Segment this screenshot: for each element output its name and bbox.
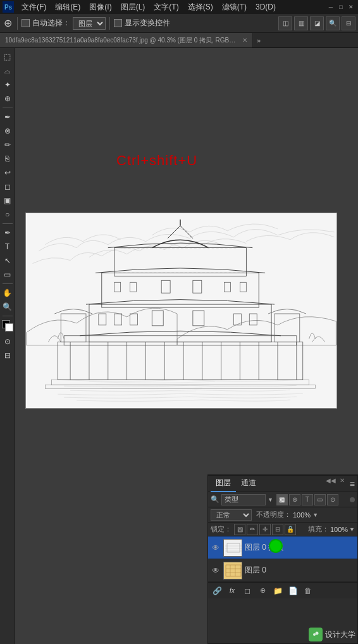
new-group-icon[interactable]: 📁 xyxy=(271,585,284,597)
quick-select-tool[interactable]: ✦ xyxy=(1,78,14,91)
window-minimize-button[interactable]: ─ xyxy=(326,3,335,11)
path-select-tool[interactable]: ↖ xyxy=(1,254,14,267)
add-mask-icon[interactable]: ◻ xyxy=(241,585,254,597)
watermark-text: 设计大学 xyxy=(325,629,355,640)
panel-expand-arrow[interactable]: ✕ xyxy=(340,477,345,484)
svg-rect-40 xyxy=(224,540,242,557)
heal-tool[interactable]: ⊗ xyxy=(1,125,14,137)
delete-layer-icon[interactable]: 🗑 xyxy=(302,585,314,597)
align-center-icon[interactable]: ▥ xyxy=(294,16,308,30)
clone-tool[interactable]: ⎘ xyxy=(1,152,14,165)
menu-file[interactable]: 文件(F) xyxy=(18,1,50,14)
eraser-tool[interactable]: ◻ xyxy=(1,180,14,193)
show-transform-label: 显示变换控件 xyxy=(125,18,170,28)
menu-edit[interactable]: 编辑(E) xyxy=(51,1,84,14)
show-transform-checkbox[interactable] xyxy=(114,19,122,27)
fill-value: 100% xyxy=(330,526,348,533)
menu-3d[interactable]: 3D(D) xyxy=(252,1,280,13)
smart-filter-icon[interactable]: ⊙ xyxy=(327,494,338,505)
eyedropper-tool[interactable]: ✒ xyxy=(1,111,14,123)
layer-0-visibility-icon[interactable]: 👁 xyxy=(211,566,221,576)
pixel-layer-filter-icon[interactable]: ▩ xyxy=(276,494,288,505)
channels-tab[interactable]: 通道 xyxy=(236,475,261,492)
fill-dropdown-arrow[interactable]: ▼ xyxy=(349,526,355,533)
screen-mode-tool[interactable]: ⊟ xyxy=(1,349,14,362)
dodge-tool[interactable]: ○ xyxy=(1,208,14,221)
gradient-tool[interactable]: ▣ xyxy=(1,194,14,207)
filter-active-dot xyxy=(350,497,355,502)
layer-0-copy-visibility-icon[interactable]: 👁 xyxy=(211,543,221,553)
layers-tab[interactable]: 图层 xyxy=(211,475,236,492)
background-color[interactable] xyxy=(5,323,13,331)
move-tool-icon: ⊕ xyxy=(3,16,13,30)
adjustment-layer-icon[interactable]: ⊕ xyxy=(256,585,269,597)
menu-layer[interactable]: 图层(L) xyxy=(117,1,149,14)
tab-more-button[interactable]: » xyxy=(253,33,264,47)
lock-artboard-btn[interactable]: ⊟ xyxy=(272,524,283,535)
fill-label: 填充： xyxy=(308,524,329,534)
document-tab[interactable]: 10dfa9ec8a13632751211a0a9a8fa0ec08fac73f… xyxy=(0,33,253,47)
tool-separator-4 xyxy=(3,316,13,316)
options-icon[interactable]: ⊟ xyxy=(342,16,355,30)
lock-pixels-btn[interactable]: ✏ xyxy=(247,524,258,535)
search-icon[interactable]: 🔍 xyxy=(326,16,340,30)
adjustment-filter-icon[interactable]: ⊛ xyxy=(289,494,300,505)
text-filter-icon[interactable]: T xyxy=(302,494,313,505)
menu-filter[interactable]: 滤镜(T) xyxy=(218,1,250,14)
sketch-image xyxy=(26,213,336,408)
ps-logo: Ps xyxy=(3,1,14,13)
link-layers-icon[interactable]: 🔗 xyxy=(211,585,223,597)
canvas-area: Ctrl+shift+U xyxy=(15,48,358,644)
zoom-tool[interactable]: 🔍 xyxy=(1,300,14,313)
crop-tool[interactable]: ⊕ xyxy=(1,92,14,105)
svg-rect-0 xyxy=(27,213,336,408)
menu-text[interactable]: 文字(T) xyxy=(150,1,182,14)
panel-collapse-arrow[interactable]: ◀◀ xyxy=(326,477,336,484)
layer-item-0[interactable]: 👁 图层 0 xyxy=(208,559,357,582)
layer-effects-icon[interactable]: fx xyxy=(226,585,238,597)
lasso-tool[interactable]: ⌓ xyxy=(1,65,14,77)
tab-close-button[interactable]: ✕ xyxy=(242,37,247,44)
auto-select-checkbox[interactable] xyxy=(22,19,30,27)
new-layer-icon[interactable]: 📄 xyxy=(287,585,299,597)
blend-mode-dropdown[interactable]: 正常 xyxy=(211,509,252,521)
layer-blend-controls: 正常 不透明度： 100% ▼ xyxy=(208,507,357,523)
align-left-icon[interactable]: ◫ xyxy=(278,16,292,30)
menu-image[interactable]: 图像(I) xyxy=(85,1,115,14)
svg-point-52 xyxy=(316,632,319,635)
wechat-icon xyxy=(309,628,323,641)
layer-0-copy-thumbnail xyxy=(223,539,242,557)
brush-tool[interactable]: ✏ xyxy=(1,139,14,151)
tool-separator-2 xyxy=(3,223,13,224)
quick-mask-tool[interactable]: ⊙ xyxy=(1,335,14,348)
layer-item-0-copy[interactable]: 👁 图层 0 拷贝 xyxy=(208,536,357,559)
shape-tool[interactable]: ▭ xyxy=(1,268,14,281)
opacity-label: 不透明度： xyxy=(256,510,291,519)
window-close-button[interactable]: ✕ xyxy=(347,3,355,11)
layer-type-search[interactable] xyxy=(221,494,266,505)
lock-position-btn[interactable]: ✛ xyxy=(259,524,271,535)
search-icon: 🔍 xyxy=(211,495,219,504)
lock-transparent-btn[interactable]: ▨ xyxy=(234,524,245,535)
window-restore-button[interactable]: □ xyxy=(336,3,345,11)
pen-tool[interactable]: ✒ xyxy=(1,226,14,239)
tool-separator-3 xyxy=(3,283,13,284)
panel-bottom-bar: 🔗 fx ◻ ⊕ 📁 📄 🗑 xyxy=(208,582,357,598)
layer-type-dropdown-arrow[interactable]: ▼ xyxy=(268,497,273,503)
selection-tool[interactable]: ⬚ xyxy=(1,51,14,63)
watermark: 设计大学 xyxy=(309,628,355,641)
history-brush-tool[interactable]: ↩ xyxy=(1,166,14,179)
opacity-dropdown-arrow[interactable]: ▼ xyxy=(312,512,318,518)
lock-all-btn[interactable]: 🔒 xyxy=(285,524,296,535)
color-swatches[interactable] xyxy=(2,320,13,331)
sketch-canvas-container xyxy=(25,213,337,409)
tool-separator-1 xyxy=(3,108,13,108)
layer-select-dropdown[interactable]: 图层 xyxy=(73,17,106,30)
title-bar: Ps 文件(F) 编辑(E) 图像(I) 图层(L) 文字(T) 选择(S) 滤… xyxy=(0,0,358,14)
menu-select[interactable]: 选择(S) xyxy=(184,1,217,14)
shape-filter-icon[interactable]: ▭ xyxy=(314,494,326,505)
text-tool[interactable]: T xyxy=(1,240,14,253)
hand-tool[interactable]: ✋ xyxy=(1,287,14,299)
panel-menu-icon[interactable]: ≡ xyxy=(350,479,355,489)
align-right-icon[interactable]: ◪ xyxy=(310,16,324,30)
